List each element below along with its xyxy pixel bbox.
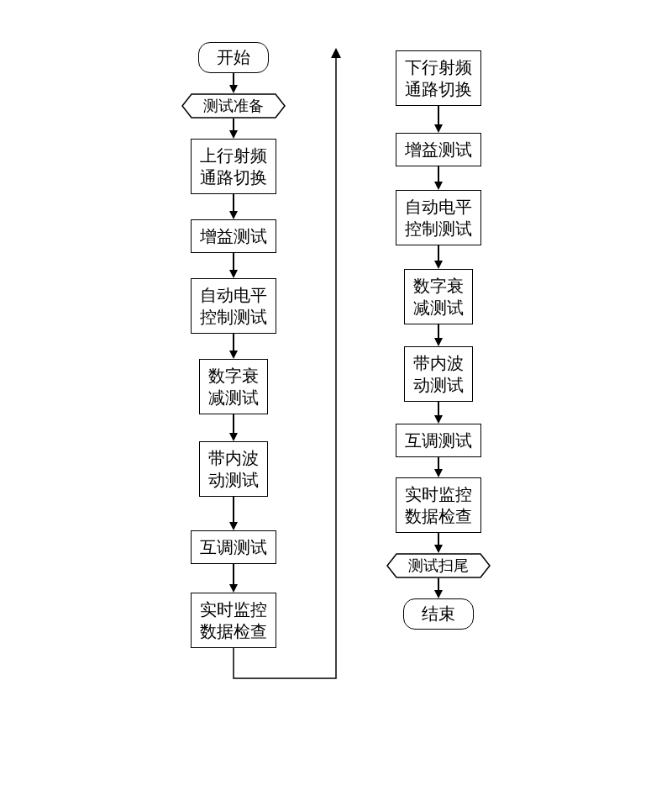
- arrow-icon: [229, 564, 238, 593]
- arrow-icon: [434, 106, 443, 133]
- left-column: 开始 测试准备 上行射频通路切换 增益测试 自动电平控制测试 数字衰减测试 带内…: [181, 42, 286, 648]
- arrow-icon: [434, 457, 443, 477]
- arrow-icon: [229, 194, 238, 219]
- arrow-icon: [229, 497, 238, 530]
- arrow-icon: [434, 578, 443, 598]
- right-step-1: 下行射频通路切换: [396, 50, 481, 106]
- left-step-3: 自动电平控制测试: [191, 278, 276, 334]
- left-step-6: 互调测试: [191, 530, 276, 564]
- arrow-icon: [434, 402, 443, 424]
- prep-hexagon: 测试准备: [181, 93, 286, 119]
- right-step-7: 实时监控数据检查: [396, 477, 481, 533]
- right-step-2: 增益测试: [396, 133, 481, 166]
- arrow-icon: [434, 324, 443, 346]
- right-step-3: 自动电平控制测试: [396, 190, 481, 245]
- start-terminator: 开始: [198, 42, 269, 73]
- arrow-icon: [434, 166, 443, 190]
- right-step-5: 带内波动测试: [404, 346, 473, 402]
- arrow-icon: [434, 245, 443, 269]
- arrow-icon: [229, 414, 238, 441]
- cleanup-label: 测试扫尾: [408, 556, 469, 576]
- flowchart-container: 开始 测试准备 上行射频通路切换 增益测试 自动电平控制测试 数字衰减测试 带内…: [0, 0, 672, 648]
- right-step-6: 互调测试: [396, 424, 481, 457]
- arrow-icon: [229, 334, 238, 359]
- arrow-icon: [229, 119, 238, 139]
- left-step-7: 实时监控数据检查: [191, 593, 276, 648]
- arrow-icon: [229, 73, 238, 93]
- right-step-4: 数字衰减测试: [404, 269, 473, 324]
- left-step-5: 带内波动测试: [199, 441, 268, 497]
- arrow-icon: [229, 253, 238, 278]
- left-step-2: 增益测试: [191, 219, 276, 253]
- left-step-4: 数字衰减测试: [199, 359, 268, 414]
- right-column: 下行射频通路切换 增益测试 自动电平控制测试 数字衰减测试 带内波动测试 互调测…: [386, 42, 491, 648]
- prep-label: 测试准备: [203, 96, 264, 116]
- arrow-icon: [434, 533, 443, 553]
- left-step-1: 上行射频通路切换: [191, 139, 276, 194]
- cleanup-hexagon: 测试扫尾: [386, 553, 491, 578]
- end-terminator: 结束: [403, 598, 474, 630]
